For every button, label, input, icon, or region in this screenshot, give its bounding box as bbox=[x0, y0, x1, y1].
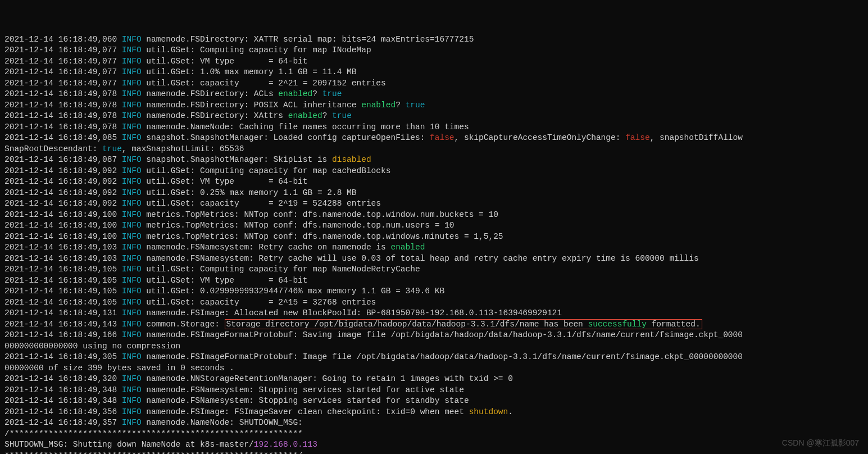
log-line: 2021-12-14 16:18:49,305 INFO namenode.FS… bbox=[4, 352, 743, 361]
log-line: 2021-12-14 16:18:49,131 INFO namenode.FS… bbox=[4, 308, 562, 317]
log-line: /***************************************… bbox=[4, 429, 303, 438]
log-line: 2021-12-14 16:18:49,092 INFO util.GSet: … bbox=[4, 166, 390, 175]
log-line: 2021-12-14 16:18:49,092 INFO util.GSet: … bbox=[4, 177, 308, 186]
log-line: 2021-12-14 16:18:49,078 INFO namenode.FS… bbox=[4, 111, 352, 120]
log-line: 2021-12-14 16:18:49,100 INFO metrics.Top… bbox=[4, 232, 503, 241]
log-line: ****************************************… bbox=[4, 451, 303, 455]
highlighted-message: Storage directory /opt/bigdata/hadoop/da… bbox=[225, 319, 702, 329]
log-line: SHUTDOWN_MSG: Shutting down NameNode at … bbox=[4, 440, 317, 449]
log-line: 2021-12-14 16:18:49,078 INFO namenode.FS… bbox=[4, 89, 342, 98]
log-line: 2021-12-14 16:18:49,078 INFO namenode.FS… bbox=[4, 101, 425, 110]
log-line: 2021-12-14 16:18:49,105 INFO util.GSet: … bbox=[4, 265, 420, 274]
terminal-output[interactable]: 2021-12-14 16:18:49,060 INFO namenode.FS… bbox=[0, 22, 868, 454]
log-line: 2021-12-14 16:18:49,077 INFO util.GSet: … bbox=[4, 57, 308, 66]
log-line: 2021-12-14 16:18:49,103 INFO namenode.FS… bbox=[4, 243, 425, 252]
log-line: 2021-12-14 16:18:49,100 INFO metrics.Top… bbox=[4, 221, 455, 230]
log-line: 2021-12-14 16:18:49,357 INFO namenode.Na… bbox=[4, 418, 303, 427]
log-line: SnapRootDescendant: true, maxSnapshotLim… bbox=[4, 144, 244, 153]
log-line: 2021-12-14 16:18:49,087 INFO snapshot.Sn… bbox=[4, 155, 371, 164]
log-line: 2021-12-14 16:18:49,077 INFO util.GSet: … bbox=[4, 67, 357, 76]
log-line: 2021-12-14 16:18:49,077 INFO util.GSet: … bbox=[4, 79, 386, 88]
log-line: 00000000 of size 399 bytes saved in 0 se… bbox=[4, 364, 234, 373]
log-line: 2021-12-14 16:18:49,105 INFO util.GSet: … bbox=[4, 287, 444, 296]
log-line: 2021-12-14 16:18:49,077 INFO util.GSet: … bbox=[4, 46, 371, 55]
log-line: 2021-12-14 16:18:49,078 INFO namenode.Na… bbox=[4, 122, 469, 131]
log-line: 2021-12-14 16:18:49,105 INFO util.GSet: … bbox=[4, 298, 376, 307]
log-line: 2021-12-14 16:18:49,060 INFO namenode.FS… bbox=[4, 35, 474, 44]
log-line: 2021-12-14 16:18:49,348 INFO namenode.FS… bbox=[4, 396, 469, 405]
log-line: 2021-12-14 16:18:49,103 INFO namenode.FS… bbox=[4, 254, 699, 263]
log-line: 2021-12-14 16:18:49,320 INFO namenode.NN… bbox=[4, 374, 513, 383]
log-line: 2021-12-14 16:18:49,092 INFO util.GSet: … bbox=[4, 199, 381, 208]
log-line: 2021-12-14 16:18:49,143 INFO common.Stor… bbox=[4, 319, 702, 329]
log-line: 2021-12-14 16:18:49,092 INFO util.GSet: … bbox=[4, 188, 357, 197]
log-line: 000000000000000 using no compression bbox=[4, 342, 180, 351]
log-line: 2021-12-14 16:18:49,356 INFO namenode.FS… bbox=[4, 407, 513, 416]
log-line: 2021-12-14 16:18:49,348 INFO namenode.FS… bbox=[4, 385, 464, 394]
log-line: 2021-12-14 16:18:49,100 INFO metrics.Top… bbox=[4, 210, 498, 219]
log-line: 2021-12-14 16:18:49,166 INFO namenode.FS… bbox=[4, 330, 743, 339]
log-line: 2021-12-14 16:18:49,105 INFO util.GSet: … bbox=[4, 276, 308, 285]
log-line: 2021-12-14 16:18:49,085 INFO snapshot.Sn… bbox=[4, 133, 743, 142]
